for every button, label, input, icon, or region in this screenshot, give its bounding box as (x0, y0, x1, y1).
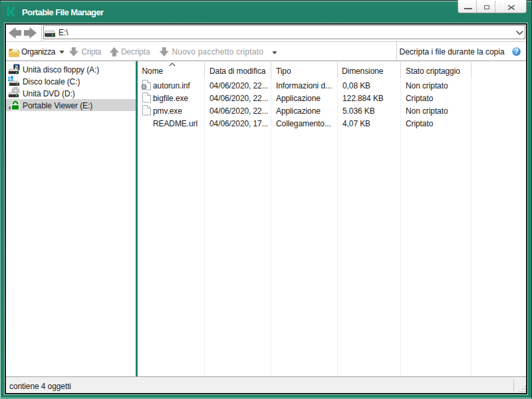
svg-text:?: ? (514, 47, 518, 55)
